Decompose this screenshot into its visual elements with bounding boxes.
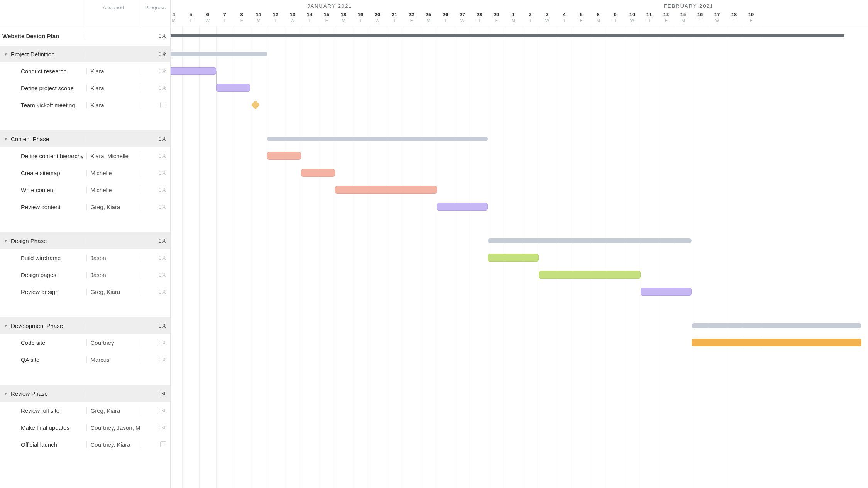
day-number: 12 bbox=[267, 12, 284, 17]
progress-cell[interactable]: 0% bbox=[140, 272, 170, 278]
task-bar[interactable] bbox=[488, 254, 539, 262]
assigned-cell[interactable]: Michelle bbox=[87, 170, 141, 176]
progress-cell[interactable]: 0% bbox=[140, 255, 170, 261]
gantt-bars bbox=[171, 26, 868, 488]
task-row[interactable]: QA siteMarcus0% bbox=[0, 351, 170, 368]
day-col: 8M bbox=[590, 12, 607, 23]
progress-cell[interactable] bbox=[140, 441, 170, 447]
milestone-checkbox[interactable] bbox=[160, 441, 166, 447]
assigned-cell[interactable]: Jason bbox=[87, 272, 141, 278]
assigned-cell[interactable]: Greg, Kiara bbox=[87, 407, 141, 414]
chevron-down-icon[interactable]: ▼ bbox=[2, 137, 9, 141]
day-number: 21 bbox=[386, 12, 403, 17]
task-bar[interactable] bbox=[692, 339, 861, 346]
task-row[interactable]: Review contentGreg, Kiara0% bbox=[0, 198, 170, 215]
progress-cell[interactable]: 0% bbox=[140, 204, 170, 210]
task-row[interactable]: Review full siteGreg, Kiara0% bbox=[0, 402, 170, 419]
chevron-down-icon[interactable]: ▼ bbox=[2, 392, 9, 396]
progress-cell[interactable]: 0% bbox=[140, 85, 170, 91]
task-row[interactable]: Design pagesJason0% bbox=[0, 266, 170, 283]
task-bar[interactable] bbox=[539, 271, 641, 279]
task-row[interactable]: Make final updatesCourtney, Jason, Miche… bbox=[0, 419, 170, 436]
assigned-cell[interactable]: Kiara bbox=[87, 85, 141, 91]
summary-bar[interactable] bbox=[488, 238, 692, 243]
plan-row[interactable]: Website Design Plan0% bbox=[0, 26, 170, 46]
milestone-checkbox[interactable] bbox=[160, 102, 166, 108]
milestone-diamond[interactable] bbox=[251, 101, 260, 110]
day-of-week: F bbox=[403, 18, 420, 23]
task-row[interactable]: Team kickoff meetingKiara bbox=[0, 96, 170, 113]
day-of-week: M bbox=[590, 18, 607, 23]
progress-cell[interactable]: 0% bbox=[140, 153, 170, 159]
day-number: 5 bbox=[182, 12, 199, 17]
timeline-panel[interactable]: JANUARY 2021FEBRUARY 2021 4M5T6W7T8F11M1… bbox=[171, 0, 868, 488]
group-title: Development Phase bbox=[11, 323, 63, 329]
group-row[interactable]: ▼Project Definition0% bbox=[0, 46, 170, 62]
summary-bar[interactable] bbox=[267, 137, 488, 141]
chevron-down-icon[interactable]: ▼ bbox=[2, 52, 9, 56]
day-number: 13 bbox=[284, 12, 301, 17]
day-col: 12T bbox=[267, 12, 284, 23]
summary-bar[interactable] bbox=[692, 323, 861, 328]
day-of-week: T bbox=[301, 18, 318, 23]
group-title: Content Phase bbox=[11, 136, 49, 142]
assigned-cell[interactable]: Courtney, Jason, Michelle bbox=[87, 424, 141, 431]
summary-bar[interactable] bbox=[171, 52, 267, 56]
task-bar[interactable] bbox=[437, 203, 488, 211]
task-title: Team kickoff meeting bbox=[21, 102, 75, 108]
assigned-cell[interactable]: Greg, Kiara bbox=[87, 204, 141, 210]
day-number: 28 bbox=[471, 12, 488, 17]
task-row[interactable]: Official launchCourtney, Kiara bbox=[0, 436, 170, 453]
assigned-cell[interactable]: Greg, Kiara bbox=[87, 289, 141, 295]
assigned-cell[interactable]: Courtney, Kiara bbox=[87, 441, 141, 448]
progress-cell[interactable]: 0% bbox=[140, 187, 170, 193]
task-row[interactable]: Conduct researchKiara0% bbox=[0, 62, 170, 79]
chevron-down-icon[interactable]: ▼ bbox=[2, 324, 9, 328]
progress-cell[interactable]: 0% bbox=[140, 356, 170, 363]
task-bar[interactable] bbox=[641, 288, 692, 296]
task-title: Define content hierarchy bbox=[21, 153, 84, 159]
chevron-down-icon[interactable]: ▼ bbox=[2, 239, 9, 243]
assigned-cell[interactable]: Marcus bbox=[87, 356, 141, 363]
task-bar[interactable] bbox=[216, 84, 250, 92]
task-row[interactable]: Create sitemapMichelle0% bbox=[0, 164, 170, 181]
assigned-col-header[interactable]: Assigned bbox=[86, 0, 140, 26]
task-bar[interactable] bbox=[171, 67, 216, 75]
task-row[interactable]: Define content hierarchyKiara, Michelle0… bbox=[0, 147, 170, 164]
day-col: 10W bbox=[624, 12, 641, 23]
day-number: 16 bbox=[692, 12, 709, 17]
group-row[interactable]: ▼Design Phase0% bbox=[0, 232, 170, 249]
task-bar[interactable] bbox=[267, 152, 301, 160]
summary-bar[interactable] bbox=[171, 34, 844, 37]
task-row[interactable]: Define project scopeKiara0% bbox=[0, 79, 170, 96]
assigned-cell[interactable]: Kiara bbox=[87, 102, 141, 108]
task-row[interactable]: Code siteCourtney0% bbox=[0, 334, 170, 351]
progress-cell[interactable]: 0% bbox=[140, 424, 170, 431]
task-row[interactable]: Write contentMichelle0% bbox=[0, 181, 170, 198]
progress-col-header[interactable]: Progress bbox=[140, 0, 170, 26]
progress-cell[interactable]: 0% bbox=[140, 170, 170, 176]
task-title: Create sitemap bbox=[21, 170, 60, 176]
task-bar[interactable] bbox=[335, 186, 437, 194]
assigned-cell[interactable]: Kiara, Michelle bbox=[87, 153, 141, 159]
group-row[interactable]: ▼Development Phase0% bbox=[0, 317, 170, 334]
task-row[interactable]: Review designGreg, Kiara0% bbox=[0, 283, 170, 300]
plan-title: Website Design Plan bbox=[2, 33, 59, 39]
task-row[interactable]: Build wireframeJason0% bbox=[0, 249, 170, 266]
assigned-cell[interactable]: Michelle bbox=[87, 187, 141, 193]
day-number: 19 bbox=[743, 12, 760, 17]
assigned-cell[interactable]: Courtney bbox=[87, 339, 141, 346]
assigned-cell[interactable]: Jason bbox=[87, 255, 141, 261]
day-of-week: W bbox=[539, 18, 556, 23]
progress-cell[interactable]: 0% bbox=[140, 339, 170, 346]
progress-cell[interactable]: 0% bbox=[140, 68, 170, 74]
day-col: 4M bbox=[171, 12, 182, 23]
task-bar[interactable] bbox=[301, 169, 335, 177]
dependency-link bbox=[250, 88, 250, 105]
assigned-cell[interactable]: Kiara bbox=[87, 68, 141, 74]
progress-cell[interactable] bbox=[140, 102, 170, 108]
group-row[interactable]: ▼Review Phase0% bbox=[0, 385, 170, 402]
group-row[interactable]: ▼Content Phase0% bbox=[0, 130, 170, 147]
progress-cell[interactable]: 0% bbox=[140, 407, 170, 414]
progress-cell[interactable]: 0% bbox=[140, 289, 170, 295]
